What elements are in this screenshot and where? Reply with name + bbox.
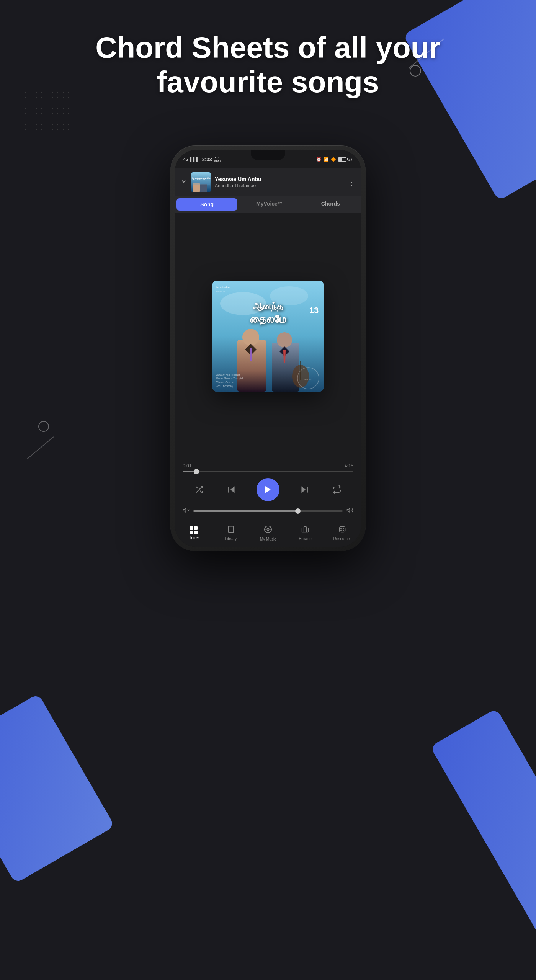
svg-text:Joel Thomasraj: Joel Thomasraj (216, 385, 233, 388)
svg-marker-38 (183, 508, 186, 513)
nav-home-label: Home (188, 536, 199, 540)
nav-resources-label: Resources (333, 537, 352, 541)
blue-stripe-bottom-left (0, 694, 115, 884)
phone-inner: 4G ▌▌▌ 2:33 377Mb/s ⏰ 📶 🔶 27 (175, 150, 361, 547)
svg-text:ஆனந்த தைலமே: ஆனந்த தைலமே (192, 177, 211, 180)
nav-library[interactable]: Library (212, 523, 249, 544)
status-right: ⏰ 📶 🔶 27 (316, 157, 353, 162)
back-button[interactable] (180, 178, 187, 187)
svg-marker-36 (302, 486, 306, 493)
tab-bar: Song MyVoice™ Chords (175, 196, 361, 213)
svg-rect-44 (302, 528, 309, 532)
svg-text:MUSIC: MUSIC (304, 378, 312, 381)
svg-marker-21 (283, 350, 286, 363)
alarm-icon: ⏰ (316, 157, 322, 162)
play-button[interactable] (257, 478, 279, 501)
volume-mute-icon[interactable] (183, 507, 190, 515)
svg-marker-17 (250, 348, 252, 361)
home-grid-icon (190, 526, 198, 534)
wifi-icon: 📶 (324, 157, 329, 162)
volume-bar[interactable] (193, 510, 343, 512)
previous-button[interactable] (224, 482, 239, 497)
mini-song-artist: Anandha Thailamae (215, 183, 344, 188)
phone-wrapper: 4G ▌▌▌ 2:33 377Mb/s ⏰ 📶 🔶 27 (170, 145, 366, 551)
tab-chords[interactable]: Chords (300, 196, 361, 213)
more-options-button[interactable]: ⋮ (348, 178, 356, 187)
repeat-button[interactable] (329, 482, 345, 497)
my-music-icon (264, 525, 272, 536)
app-content: ஆனந்த தைலமே Yesuvae Um Anbu Anandha Thai… (175, 168, 361, 547)
controls-section (175, 474, 361, 505)
network-indicator: 4G (183, 157, 188, 162)
svg-text:ic mindss: ic mindss (216, 286, 230, 289)
nav-browse[interactable]: Browse (287, 523, 324, 544)
svg-text:தைலமே: தைலமே (250, 313, 286, 326)
progress-thumb[interactable] (194, 469, 199, 474)
svg-text:13: 13 (309, 305, 319, 315)
svg-text:Apostle Paul Thangiah: Apostle Paul Thangiah (216, 373, 242, 376)
battery-icon (338, 157, 346, 162)
shuffle-button[interactable] (191, 482, 207, 497)
mini-art-inner: ஆனந்த தைலமே (191, 172, 211, 192)
phone-notch (251, 150, 285, 160)
nav-resources[interactable]: Resources (324, 523, 361, 544)
svg-line-32 (196, 487, 198, 488)
circle-decoration-mid (38, 421, 49, 432)
volume-thumb[interactable] (295, 508, 301, 514)
svg-text:Vincent George: Vincent George (216, 381, 234, 384)
blue-stripe-top (403, 0, 536, 201)
nav-home[interactable]: Home (175, 523, 212, 543)
svg-point-46 (341, 528, 342, 529)
library-icon (227, 526, 235, 535)
svg-text:Pastor Sammy Thangiah: Pastor Sammy Thangiah (216, 377, 244, 380)
svg-point-19 (277, 332, 292, 348)
bottom-nav: Home Library (175, 519, 361, 547)
nav-my-music-label: My Music (260, 537, 276, 541)
tab-song[interactable]: Song (176, 198, 237, 211)
volume-section (175, 505, 361, 519)
svg-point-43 (267, 528, 269, 531)
battery-fill (338, 158, 342, 161)
svg-point-15 (242, 329, 259, 346)
mini-player[interactable]: ஆனந்த தைலமே Yesuvae Um Anbu Anandha Thai… (175, 168, 361, 196)
progress-bar[interactable] (183, 471, 353, 472)
svg-point-48 (341, 530, 342, 531)
signal-bars: ▌▌▌ (190, 157, 199, 162)
nav-my-music[interactable]: My Music (249, 522, 286, 544)
svg-text:ஆனந்த: ஆனந்த (253, 301, 283, 312)
mini-album-art: ஆனந்த தைலமே (191, 172, 211, 192)
volume-fill (193, 510, 298, 512)
data-speed: 377Mb/s (214, 156, 221, 162)
svg-marker-41 (347, 508, 350, 513)
svg-marker-33 (230, 486, 235, 493)
svg-text:presents: presents (216, 290, 225, 292)
svg-rect-4 (193, 180, 210, 185)
volume-high-icon[interactable] (346, 507, 353, 515)
header-title: Chord Sheets of all your favourite songs (0, 31, 536, 99)
nav-browse-label: Browse (299, 537, 312, 541)
mini-song-title: Yesuvae Um Anbu (215, 176, 344, 182)
total-time: 4:15 (345, 463, 353, 469)
header-section: Chord Sheets of all your favourite songs (0, 31, 536, 99)
mini-player-info: Yesuvae Um Anbu Anandha Thailamae (215, 176, 344, 188)
battery-percent: 27 (348, 157, 353, 162)
album-section: ic mindss presents ஆனந்த தைலமே 13 (175, 213, 361, 459)
progress-times: 0:01 4:15 (183, 463, 353, 469)
resources-icon (338, 526, 346, 535)
svg-marker-35 (265, 486, 271, 493)
svg-rect-45 (340, 526, 345, 532)
progress-section: 0:01 4:15 (175, 459, 361, 474)
tab-myvoice[interactable]: MyVoice™ (239, 196, 300, 213)
nav-library-label: Library (225, 537, 237, 541)
time-display: 2:33 (202, 157, 212, 162)
signal-icon: 🔶 (331, 157, 336, 162)
status-left: 4G ▌▌▌ 2:33 377Mb/s (183, 156, 221, 162)
svg-point-47 (343, 528, 344, 529)
line-decoration-mid (27, 436, 54, 459)
album-art-large: ic mindss presents ஆனந்த தைலமே 13 (212, 281, 324, 392)
blue-stripe-bottom-right (430, 708, 536, 946)
current-time: 0:01 (183, 463, 191, 469)
next-button[interactable] (297, 482, 312, 497)
svg-point-49 (343, 530, 344, 531)
browse-icon (301, 526, 309, 535)
